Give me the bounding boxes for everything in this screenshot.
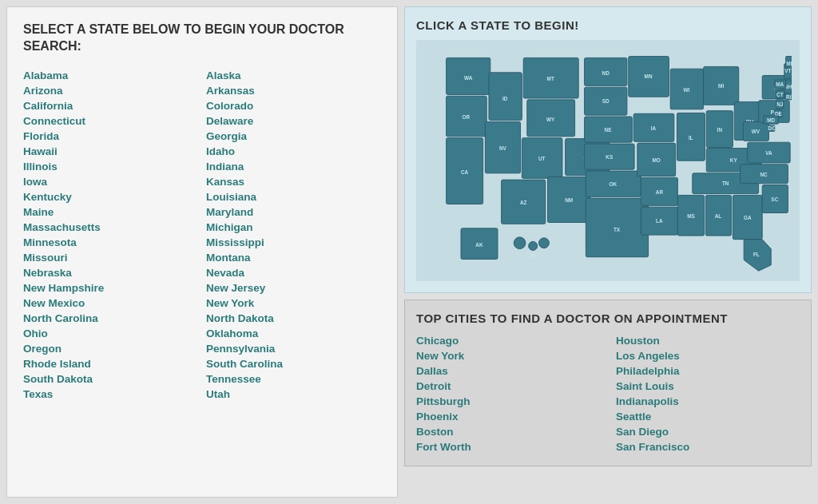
state-item-arizona[interactable]: Arizona [23, 83, 198, 98]
map-section: CLICK A STATE TO BEGIN! .state { fill: #… [404, 6, 812, 293]
svg-rect-10 [523, 58, 578, 98]
state-item-louisiana[interactable]: Louisiana [206, 189, 381, 204]
state-item-pennsylvania[interactable]: Pennsylvania [206, 341, 381, 356]
svg-rect-38 [637, 143, 676, 176]
svg-rect-0 [447, 58, 490, 94]
state-item-massachusetts[interactable]: Massachusetts [23, 220, 198, 235]
state-item-nevada[interactable]: Nevada [206, 265, 381, 280]
svg-rect-58 [677, 195, 704, 236]
state-item-florida[interactable]: Florida [23, 129, 198, 144]
state-item-illinois[interactable]: Illinois [23, 159, 198, 174]
svg-rect-34 [629, 57, 669, 97]
city-item-san-francisco[interactable]: San Francisco [616, 439, 800, 454]
svg-rect-86 [776, 90, 784, 98]
cities-title: TOP CITIES TO FIND A DOCTOR ON APPOINTME… [416, 312, 800, 325]
main-container: SELECT A STATE BELOW TO BEGIN YOUR DOCTO… [0, 0, 818, 504]
city-item-philadelphia[interactable]: Philadelphia [616, 363, 800, 379]
state-item-hawaii[interactable]: Hawaii [23, 144, 198, 159]
state-item-alaska[interactable]: Alaska [206, 68, 381, 83]
city-item-new-york[interactable]: New York [416, 348, 600, 363]
state-item-new-mexico[interactable]: New Mexico [23, 296, 198, 311]
state-item-maryland[interactable]: Maryland [206, 204, 381, 220]
svg-rect-2 [447, 96, 487, 137]
svg-rect-22 [585, 58, 627, 85]
svg-rect-70 [743, 121, 768, 141]
state-item-north-dakota[interactable]: North Dakota [206, 311, 381, 326]
state-item-missouri[interactable]: Missouri [23, 250, 198, 265]
state-item-north-carolina[interactable]: North Carolina [23, 311, 198, 326]
right-panel: CLICK A STATE TO BEGIN! .state { fill: #… [398, 6, 812, 498]
state-item-arkansas[interactable]: Arkansas [206, 83, 381, 98]
state-item-kansas[interactable]: Kansas [206, 174, 381, 189]
city-item-saint-louis[interactable]: Saint Louis [616, 379, 800, 394]
state-item-new-jersey[interactable]: New Jersey [206, 280, 381, 296]
city-item-fort-worth[interactable]: Fort Worth [416, 439, 600, 454]
left-panel: SELECT A STATE BELOW TO BEGIN YOUR DOCTO… [6, 6, 398, 498]
state-item-delaware[interactable]: Delaware [206, 113, 381, 129]
state-item-iowa[interactable]: Iowa [23, 174, 198, 189]
state-item-colorado[interactable]: Colorado [206, 98, 381, 113]
city-item-san-diego[interactable]: San Diego [616, 424, 800, 439]
svg-rect-44 [670, 69, 703, 109]
svg-rect-28 [585, 144, 635, 169]
svg-rect-20 [548, 177, 590, 222]
state-item-tennessee[interactable]: Tennessee [206, 371, 381, 387]
city-item-chicago[interactable]: Chicago [416, 333, 600, 348]
city-item-houston[interactable]: Houston [616, 333, 800, 348]
city-item-los-angeles[interactable]: Los Angeles [616, 348, 800, 363]
svg-rect-6 [489, 73, 522, 121]
state-item-utah[interactable]: Utah [206, 387, 381, 402]
city-item-pittsburgh[interactable]: Pittsburgh [416, 394, 600, 409]
state-item-oregon[interactable]: Oregon [23, 341, 198, 356]
city-item-phoenix[interactable]: Phoenix [416, 409, 600, 424]
city-item-detroit[interactable]: Detroit [416, 379, 600, 394]
svg-rect-88 [776, 100, 784, 109]
svg-rect-48 [704, 66, 739, 105]
svg-rect-50 [706, 111, 733, 148]
state-item-new-hampshire[interactable]: New Hampshire [23, 280, 198, 296]
svg-rect-4 [447, 138, 483, 204]
state-item-california[interactable]: California [23, 98, 198, 113]
svg-rect-14 [522, 138, 562, 179]
state-item-mississippi[interactable]: Mississippi [206, 235, 381, 250]
svg-rect-97 [461, 228, 498, 260]
us-map[interactable]: .state { fill: #3a7a8a; stroke: #2a5a6a;… [424, 43, 792, 278]
city-item-boston[interactable]: Boston [416, 424, 600, 439]
map-title: CLICK A STATE TO BEGIN! [416, 18, 800, 32]
city-item-dallas[interactable]: Dallas [416, 363, 600, 379]
state-item-indiana[interactable]: Indiana [206, 159, 381, 174]
state-item-georgia[interactable]: Georgia [206, 129, 381, 144]
city-item-indianapolis[interactable]: Indianapolis [616, 394, 800, 409]
svg-point-99 [514, 237, 526, 249]
cities-grid: ChicagoNew YorkDallasDetroitPittsburghPh… [416, 333, 800, 454]
svg-rect-80 [786, 57, 792, 69]
state-item-connecticut[interactable]: Connecticut [23, 113, 198, 129]
state-item-rhode-island[interactable]: Rhode Island [23, 356, 198, 371]
state-item-minnesota[interactable]: Minnesota [23, 235, 198, 250]
map-container: .state { fill: #3a7a8a; stroke: #2a5a6a;… [416, 40, 800, 281]
state-item-south-dakota[interactable]: South Dakota [23, 371, 198, 387]
state-item-maine[interactable]: Maine [23, 204, 198, 220]
state-item-new-york[interactable]: New York [206, 296, 381, 311]
state-item-oklahoma[interactable]: Oklahoma [206, 326, 381, 341]
state-item-kentucky[interactable]: Kentucky [23, 189, 198, 204]
svg-rect-42 [641, 207, 677, 235]
svg-rect-16 [502, 180, 546, 224]
state-item-ohio[interactable]: Ohio [23, 326, 198, 341]
left-panel-title: SELECT A STATE BELOW TO BEGIN YOUR DOCTO… [23, 22, 381, 55]
state-item-michigan[interactable]: Michigan [206, 220, 381, 235]
state-item-alabama[interactable]: Alabama [23, 68, 198, 83]
svg-rect-82 [775, 80, 786, 89]
svg-rect-68 [748, 142, 790, 163]
state-item-montana[interactable]: Montana [206, 250, 381, 265]
svg-point-101 [539, 238, 550, 248]
state-item-nebraska[interactable]: Nebraska [23, 265, 198, 280]
state-item-idaho[interactable]: Idaho [206, 144, 381, 159]
svg-rect-26 [585, 117, 633, 142]
svg-rect-8 [485, 121, 520, 173]
state-item-south-carolina[interactable]: South Carolina [206, 356, 381, 371]
svg-text:HI: HI [530, 253, 536, 259]
state-item-texas[interactable]: Texas [23, 387, 198, 402]
city-item-seattle[interactable]: Seattle [616, 409, 800, 424]
svg-rect-24 [585, 87, 627, 115]
